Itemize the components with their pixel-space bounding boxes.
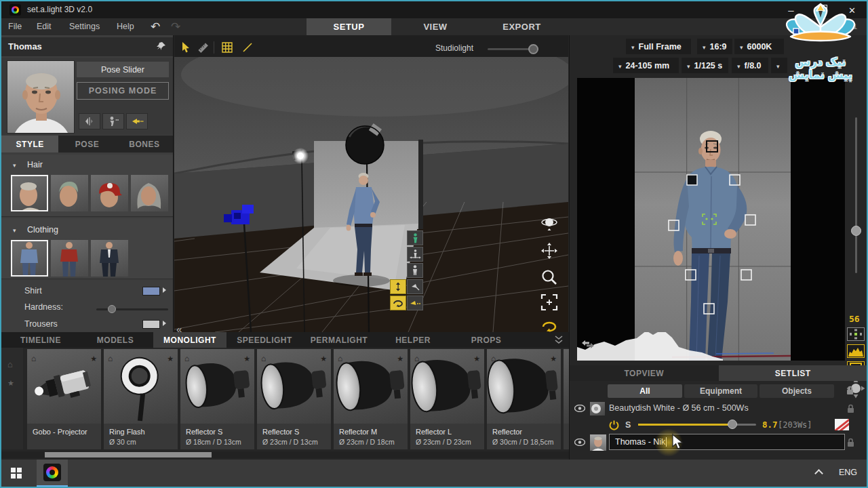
redo-icon[interactable]: [171, 20, 180, 34]
expand-arrow-icon[interactable]: [163, 321, 166, 326]
clothing-option-suit[interactable]: [91, 240, 128, 277]
hair-option-long-grey[interactable]: [131, 175, 168, 211]
favorite-star-icon[interactable]: [320, 352, 327, 364]
grid-toggle[interactable]: [220, 41, 234, 54]
tab-helper[interactable]: HELPER: [389, 332, 437, 348]
light-card-reflector-m[interactable]: Reflector M Ø 23cm / D 18cm: [334, 349, 408, 449]
setlist-item-thomas[interactable]: Thomas - Nik: [570, 434, 867, 453]
height-adjust-button[interactable]: [390, 279, 406, 294]
preview-zoom-knob[interactable]: [851, 226, 861, 236]
posing-mode-button[interactable]: POSING MODE: [77, 82, 169, 100]
model-light-button[interactable]: [407, 279, 423, 294]
equipment-scrollbar[interactable]: [1, 451, 569, 458]
collapse-panel-chevrons-icon[interactable]: [554, 336, 564, 344]
power-slider[interactable]: [638, 424, 756, 426]
favorite-star-icon[interactable]: [397, 352, 403, 364]
preview-zoom-slider[interactable]: [855, 117, 857, 273]
lock-icon[interactable]: [846, 386, 854, 395]
home-icon[interactable]: [261, 352, 266, 364]
model-visibility-button[interactable]: [407, 230, 423, 245]
light-card-ring-flash[interactable]: Ring Flash Ø 30 cm: [104, 349, 178, 449]
studiolight-slider-knob[interactable]: [528, 44, 538, 54]
minimize-button[interactable]: [776, 1, 806, 18]
filter-all[interactable]: All: [608, 384, 682, 398]
orbit-control[interactable]: [539, 214, 559, 234]
aspect-dropdown[interactable]: 16:9: [697, 39, 732, 54]
light-card-gobo-projector[interactable]: Gobo - Projector: [27, 349, 101, 449]
visibility-eye-icon[interactable]: [574, 439, 585, 446]
tab-setlist[interactable]: SETLIST: [719, 365, 868, 381]
hair-option-short-grey[interactable]: [51, 175, 88, 211]
lens-dropdown[interactable]: 24-105 mm: [613, 58, 679, 73]
maximize-button[interactable]: [806, 1, 837, 18]
tab-bones[interactable]: BONES: [116, 136, 173, 152]
undo-icon[interactable]: [151, 20, 160, 34]
power-slider-knob[interactable]: [728, 420, 737, 429]
tab-props[interactable]: PROPS: [464, 332, 509, 348]
home-icon[interactable]: [108, 352, 113, 364]
model-portrait[interactable]: [7, 60, 75, 134]
favorite-star-icon[interactable]: [243, 352, 250, 364]
shirt-color-swatch[interactable]: [142, 287, 160, 296]
home-filter-icon[interactable]: [7, 358, 13, 370]
clothing-option-red-tshirt[interactable]: [51, 240, 88, 277]
hair-option-bald[interactable]: [11, 175, 48, 211]
hair-option-red-cap[interactable]: [91, 175, 128, 211]
model-pose-button[interactable]: [407, 263, 423, 278]
favorite-star-icon[interactable]: [167, 352, 174, 364]
setlist-item-beautydish[interactable]: Beautydish White - Ø 56 cm - 500Ws: [570, 401, 867, 418]
focus-points-button[interactable]: [847, 327, 865, 341]
lock-icon[interactable]: [847, 438, 854, 447]
home-icon[interactable]: [184, 352, 189, 364]
pose-options-button[interactable]: [102, 113, 124, 129]
light-card-reflector-s18[interactable]: Reflector S Ø 18cm / D 13cm: [180, 349, 254, 449]
menu-file[interactable]: File: [8, 22, 22, 31]
lock-icon[interactable]: [847, 404, 854, 413]
iso-dropdown[interactable]: [771, 58, 787, 73]
tab-pose[interactable]: POSE: [58, 136, 115, 152]
camera-preview[interactable]: [577, 78, 845, 361]
home-icon[interactable]: [338, 352, 342, 364]
home-icon[interactable]: [491, 352, 496, 364]
taskbar-tray-chevron-icon[interactable]: [814, 469, 823, 478]
expand-arrow-icon[interactable]: [163, 287, 166, 293]
light-card-reflector-l[interactable]: Reflector L Ø 23cm / D 23cm: [410, 349, 484, 449]
start-button[interactable]: [11, 468, 22, 479]
pose-slider-button[interactable]: Pose Slider: [77, 62, 169, 77]
light-link-button[interactable]: [126, 113, 148, 129]
aperture-dropdown[interactable]: f/8.0: [732, 58, 768, 73]
tab-speedlight[interactable]: SPEEDLIGHT: [232, 332, 297, 348]
trousers-color-swatch[interactable]: [142, 320, 160, 329]
favorite-star-icon[interactable]: [550, 352, 557, 364]
tab-topview[interactable]: TOPVIEW: [570, 365, 719, 381]
home-icon[interactable]: [31, 352, 36, 364]
tab-setup[interactable]: SETUP: [307, 18, 391, 35]
home-icon[interactable]: [414, 352, 419, 364]
hardness-slider[interactable]: [96, 308, 168, 310]
collapse-caret-icon[interactable]: ▾: [13, 227, 16, 234]
collapse-caret-icon[interactable]: ▾: [13, 162, 16, 169]
pan-control[interactable]: [539, 241, 559, 261]
white-balance-dropdown[interactable]: 6000K: [734, 39, 784, 54]
select-cursor-tool[interactable]: [179, 41, 193, 54]
tab-permalight[interactable]: PERMALIGHT: [305, 332, 373, 348]
light-card-reflector-30[interactable]: Reflector Ø 30cm / D 18,5cm: [487, 349, 561, 449]
tab-export[interactable]: EXPORT: [490, 18, 554, 35]
shutter-dropdown[interactable]: 1/125 s: [682, 58, 728, 73]
visibility-eye-icon[interactable]: [574, 405, 585, 412]
zoom-control[interactable]: [539, 267, 559, 287]
filter-objects[interactable]: Objects: [760, 384, 834, 398]
histogram-toggle-arrows-icon[interactable]: [581, 339, 595, 350]
sensor-dropdown[interactable]: Full Frame: [626, 39, 691, 54]
light-card-clipped[interactable]: Re Ø: [564, 349, 569, 449]
mirror-pose-button[interactable]: [79, 113, 100, 129]
pin-icon[interactable]: [156, 41, 167, 52]
taskbar-language[interactable]: ENG: [839, 468, 857, 477]
favorite-star-icon[interactable]: [90, 352, 97, 364]
setlist-name-input[interactable]: Thomas - Nik: [609, 434, 845, 450]
menu-settings[interactable]: Settings: [69, 22, 100, 31]
tab-view[interactable]: VIEW: [405, 18, 466, 35]
focus-frame-control[interactable]: [539, 292, 559, 312]
rotate-button[interactable]: [390, 296, 406, 310]
model-move-button[interactable]: [407, 247, 423, 262]
